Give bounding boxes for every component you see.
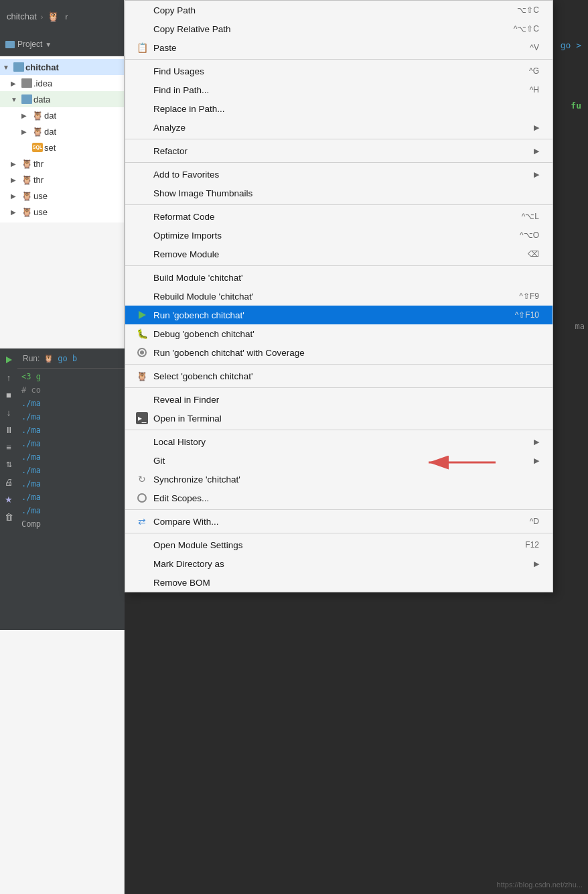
find-usages-shortcut: ^G [529, 66, 539, 76]
folder-chitchat-icon [13, 62, 24, 72]
refactor-label: Refactor [153, 146, 188, 156]
rebuild-module-label: Rebuild Module 'chitchat' [153, 292, 253, 302]
sep-9 [125, 509, 553, 510]
print-button[interactable]: 🖨 [1, 474, 16, 489]
trash-button[interactable]: 🗑 [1, 509, 16, 524]
down-button[interactable]: ↓ [1, 405, 16, 420]
tree-item-thr1[interactable]: ▶ 🦉 thr [0, 155, 124, 172]
paste-icon-el: 📋 [136, 42, 148, 54]
sep-1 [125, 59, 553, 60]
tree-item-chitchat[interactable]: ▼ chitchat [0, 59, 124, 75]
mark-directory-label: Mark Directory as [153, 559, 224, 569]
compare-with-label: Compare With... [153, 517, 219, 527]
debug-gobench-icon: 🐛 [136, 328, 148, 340]
menu-item-image-thumbnails[interactable]: Show Image Thumbnails [125, 184, 553, 202]
menu-item-copy-relative-path[interactable]: Copy Relative Path ^⌥⇧C [125, 19, 553, 38]
menu-item-synchronize[interactable]: ↻ Synchronize 'chitchat' [125, 470, 553, 489]
up-button[interactable]: ↑ [1, 370, 16, 385]
run-line-4: ./ma [21, 424, 121, 437]
menu-item-open-terminal[interactable]: ▸_ Open in Terminal [125, 409, 553, 428]
synchronize-label: Synchronize 'chitchat' [153, 474, 240, 485]
run-gobench-shortcut: ^⇧F10 [515, 310, 539, 320]
tree-arrow-dat2: ▶ [21, 128, 31, 135]
sep-6 [125, 364, 553, 365]
menu-item-select-gobench[interactable]: 🦉 Select 'gobench chitchat' [125, 367, 553, 385]
breadcrumb-arrow: › [41, 13, 44, 21]
menu-item-debug-gobench[interactable]: 🐛 Debug 'gobench chitchat' [125, 324, 553, 343]
git-arrow-icon: ▶ [534, 456, 539, 465]
menu-item-build-module[interactable]: Build Module 'chitchat' [125, 268, 553, 287]
run-section: Run: 🦉 go b <3 g # co ./ma ./ma ./ma ./m… [17, 348, 125, 630]
replace-in-path-label: Replace in Path... [153, 104, 225, 114]
dropdown-arrow-icon: ▼ [45, 41, 52, 48]
build-module-label: Build Module 'chitchat' [153, 273, 242, 283]
tree-label-idea: .idea [33, 78, 52, 88]
sep-8 [125, 430, 553, 430]
open-terminal-icon: ▸_ [136, 412, 148, 424]
sep-5 [125, 265, 553, 266]
menu-item-run-coverage[interactable]: Run 'gobench chitchat' with Coverage [125, 343, 553, 362]
menu-item-replace-in-path[interactable]: Replace in Path... [125, 99, 553, 118]
list-button[interactable]: ≡ [1, 440, 16, 454]
sql-icon: SQL [32, 143, 43, 152]
menu-item-edit-scopes[interactable]: Edit Scopes... [125, 489, 553, 507]
tree-item-dat2[interactable]: ▶ 🦉 dat [0, 123, 124, 139]
analyze-label: Analyze [153, 123, 186, 133]
play-button[interactable] [1, 353, 16, 367]
mark-directory-arrow-icon: ▶ [534, 560, 539, 568]
menu-item-open-module-settings[interactable]: Open Module Settings F12 [125, 535, 553, 554]
pause-button[interactable]: ⏸ [1, 422, 16, 437]
menu-item-mark-directory[interactable]: Mark Directory as ▶ [125, 554, 553, 573]
menu-item-optimize-imports[interactable]: Optimize Imports ^⌥O [125, 226, 553, 245]
context-menu: Copy Path ⌥⇧C Copy Relative Path ^⌥⇧C 📋 … [125, 0, 553, 592]
menu-item-add-favorites[interactable]: Add to Favorites ▶ [125, 165, 553, 184]
list-icon: ≡ [6, 442, 11, 452]
tree-label-use2: use [33, 207, 48, 217]
run-output: <3 g # co ./ma ./ma ./ma ./ma ./ma ./ma … [17, 369, 125, 532]
tree-item-thr2[interactable]: ▶ 🦉 thr [0, 172, 124, 188]
run-config-label: go b [58, 354, 77, 363]
select-gobench-label: Select 'gobench chitchat' [153, 371, 253, 381]
menu-item-find-in-path[interactable]: Find in Path... ^H [125, 80, 553, 99]
run-header: Run: 🦉 go b [17, 348, 125, 369]
menu-item-local-history[interactable]: Local History ▶ [125, 432, 553, 451]
menu-item-rebuild-module[interactable]: Rebuild Module 'chitchat' ^⇧F9 [125, 287, 553, 306]
pause-icon: ⏸ [5, 425, 13, 435]
star-icon: ★ [5, 495, 13, 505]
sort-button[interactable]: ⇅ [1, 457, 16, 472]
menu-item-remove-module[interactable]: Remove Module ⌫ [125, 245, 553, 263]
star-button[interactable]: ★ [1, 492, 16, 507]
tree-item-idea[interactable]: ▶ .idea [0, 75, 124, 91]
tree-item-use1[interactable]: ▶ 🦉 use [0, 188, 124, 204]
go-owl-thr1-icon: 🦉 [21, 159, 32, 169]
tree-item-dat1[interactable]: ▶ 🦉 dat [0, 107, 124, 123]
sep-3 [125, 162, 553, 163]
menu-item-compare-with[interactable]: ⇄ Compare With... ^D [125, 512, 553, 531]
menu-item-refactor[interactable]: Refactor ▶ [125, 141, 553, 160]
play-icon [6, 357, 12, 363]
git-label: Git [153, 456, 165, 466]
tree-item-data[interactable]: ▼ data [0, 91, 124, 107]
menu-item-reformat-code[interactable]: Reformat Code ^⌥L [125, 207, 553, 226]
menu-item-paste[interactable]: 📋 Paste ^V [125, 38, 553, 57]
tree-item-use2[interactable]: ▶ 🦉 use [0, 204, 124, 220]
menu-item-analyze[interactable]: Analyze ▶ [125, 118, 553, 137]
menu-item-git[interactable]: Git ▶ [125, 451, 553, 470]
menu-item-reveal-finder[interactable]: Reveal in Finder [125, 390, 553, 409]
optimize-imports-icon [136, 229, 148, 241]
go-owl-dat1-icon: 🦉 [32, 111, 43, 121]
menu-item-copy-path[interactable]: Copy Path ⌥⇧C [125, 1, 553, 19]
synchronize-icon: ↻ [136, 473, 148, 485]
tree-arrow-idea: ▶ [11, 80, 20, 87]
tree-arrow-dat1: ▶ [21, 112, 31, 119]
menu-item-remove-bom[interactable]: Remove BOM [125, 573, 553, 592]
menu-item-run-gobench[interactable]: Run 'gobench chitchat' ^⇧F10 [125, 306, 553, 324]
tree-item-set[interactable]: SQL set [0, 139, 124, 155]
sort-icon: ⇅ [6, 460, 12, 469]
stop-button[interactable]: ■ [1, 387, 16, 402]
project-bar[interactable]: Project ▼ [0, 33, 124, 56]
compare-with-shortcut: ^D [530, 517, 539, 526]
menu-item-find-usages[interactable]: Find Usages ^G [125, 62, 553, 80]
print-icon: 🖨 [5, 477, 13, 487]
remove-bom-icon [136, 576, 148, 588]
